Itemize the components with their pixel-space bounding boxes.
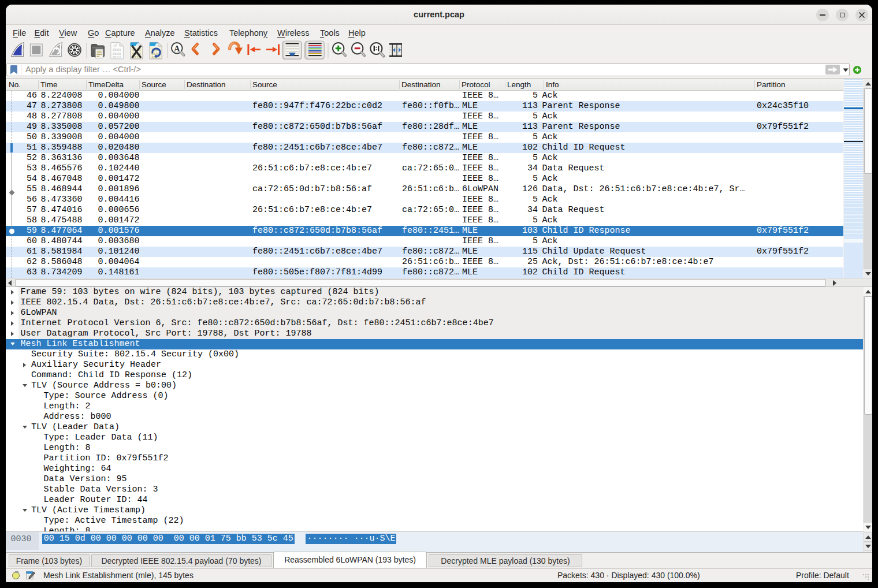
svg-text:0111: 0111 — [113, 55, 121, 59]
svg-text:A: A — [174, 44, 180, 53]
